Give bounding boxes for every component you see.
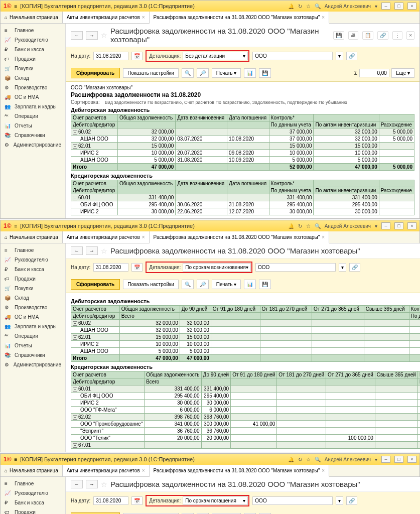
save-icon[interactable]: 💾 — [259, 280, 271, 289]
user-menu-icon[interactable]: ▾ — [375, 4, 377, 9]
sidebar-item-6[interactable]: ⚙ Производство — [1, 303, 65, 312]
sidebar-item-5[interactable]: 📦 Склад — [1, 293, 65, 303]
calendar-icon[interactable]: 📅 — [131, 496, 143, 505]
collapse-icon[interactable]: − — [73, 335, 77, 340]
export-icon[interactable]: 📋 — [362, 31, 373, 40]
sidebar-item-12[interactable]: ⚙ Администрирование — [1, 140, 65, 150]
print-button[interactable]: Печать ▾ — [212, 68, 241, 78]
org-dropdown-icon[interactable]: ▾ — [339, 263, 346, 272]
sidebar-item-0[interactable]: ≡ Главное — [1, 26, 65, 35]
tab-report[interactable]: Расшифровка задолженности на 31.08.2020 … — [150, 231, 330, 243]
sidebar-item-5[interactable]: 📦 Склад — [1, 73, 65, 83]
sidebar-item-3[interactable]: 🏷 Продажи — [1, 274, 65, 284]
close-icon[interactable]: × — [322, 468, 325, 473]
user-menu-icon[interactable]: ▾ — [375, 457, 377, 462]
sidebar-item-7[interactable]: 🚚 ОС и НМА — [1, 312, 65, 322]
org-link-icon[interactable]: 🔗 — [346, 52, 357, 60]
tab-inventory[interactable]: Акты инвентаризации расчетов× — [63, 231, 150, 243]
collapse-icon[interactable]: − — [73, 130, 77, 135]
user-menu-icon[interactable]: ▾ — [375, 223, 377, 229]
forward-button[interactable]: → — [86, 480, 98, 488]
sidebar-item-9[interactable]: ᴬᵏ Операции — [1, 331, 65, 341]
more-button[interactable]: Еще ▾ — [391, 68, 414, 78]
detail-select[interactable]: Без детализации ▾ — [183, 52, 248, 60]
favorite-icon[interactable]: ☆ — [101, 31, 107, 39]
menu-icon[interactable]: ≡ — [15, 4, 18, 9]
detail-select[interactable]: По срокам погашения ▾ — [183, 496, 248, 505]
menu-icon[interactable]: ≡ — [15, 457, 18, 462]
back-button[interactable]: ← — [71, 31, 83, 40]
sidebar-item-11[interactable]: 📚 Справочники — [1, 131, 65, 140]
print-button[interactable]: Печать ▾ — [212, 280, 241, 289]
sidebar-item-2[interactable]: ₽ Банк и касса — [1, 498, 65, 507]
sidebar-item-10[interactable]: 📊 Отчеты — [1, 121, 65, 131]
settings-button[interactable]: Показать настройки — [123, 68, 179, 78]
back-button[interactable]: ← — [71, 480, 83, 488]
settings-button[interactable]: Показать настройки — [123, 280, 179, 289]
sidebar-item-9[interactable]: ᴬᵏ Операции — [1, 111, 65, 121]
home-tab[interactable]: ⌂Начальная страница — [1, 465, 63, 476]
org-input[interactable] — [252, 52, 333, 60]
bell-icon[interactable]: 🔔 — [288, 223, 294, 229]
save-icon[interactable]: 💾 — [259, 68, 271, 78]
star-icon[interactable]: ☆ — [306, 457, 311, 462]
search-replace-icon[interactable]: 🔎 — [197, 68, 209, 78]
close-button[interactable]: × — [407, 3, 416, 10]
tab-report[interactable]: Расшифровка задолженности на 31.08.2020 … — [150, 12, 330, 24]
history-icon[interactable]: ↻ — [298, 223, 302, 229]
home-tab[interactable]: ⌂Начальная страница — [1, 12, 63, 23]
user-label[interactable]: Андрей Алексеевич — [325, 4, 371, 9]
history-icon[interactable]: ↻ — [298, 4, 302, 9]
export-icon[interactable]: 📊 — [244, 68, 256, 78]
date-input[interactable] — [93, 496, 128, 505]
sidebar-item-11[interactable]: 📚 Справочники — [1, 350, 65, 360]
collapse-icon[interactable]: − — [73, 196, 77, 200]
date-input[interactable] — [93, 263, 128, 272]
collapse-icon[interactable]: − — [73, 443, 77, 448]
close-icon[interactable]: × — [142, 468, 145, 473]
sidebar-item-2[interactable]: ₽ Банк и касса — [1, 45, 65, 54]
bell-icon[interactable]: 🔔 — [288, 457, 294, 462]
search-icon[interactable]: 🔍 — [315, 457, 321, 462]
export-icon[interactable]: 📊 — [244, 280, 256, 289]
org-dropdown-icon[interactable]: ▾ — [336, 496, 343, 505]
tab-inventory[interactable]: Акты инвентаризации расчетов× — [63, 465, 150, 476]
sidebar-item-12[interactable]: ⚙ Администрирование — [1, 360, 65, 369]
sidebar-item-1[interactable]: 📈 Руководителю — [1, 35, 65, 45]
sidebar-item-8[interactable]: 👥 Зарплата и кадры — [1, 322, 65, 331]
more-icon[interactable]: ⋮ — [392, 31, 402, 40]
sidebar-item-3[interactable]: 🏷 Продажи — [1, 54, 65, 64]
org-link-icon[interactable]: 🔗 — [349, 263, 360, 272]
search-icon[interactable]: 🔍 — [182, 280, 194, 289]
org-link-icon[interactable]: 🔗 — [346, 496, 357, 505]
bell-icon[interactable]: 🔔 — [288, 4, 294, 9]
maximize-button[interactable]: □ — [394, 3, 403, 10]
home-tab[interactable]: ⌂Начальная страница — [1, 231, 63, 243]
sidebar-item-1[interactable]: 📈 Руководителю — [1, 255, 65, 265]
sum-input[interactable] — [359, 69, 389, 77]
sidebar-item-8[interactable]: 👥 Зарплата и кадры — [1, 102, 65, 111]
menu-icon[interactable]: ≡ — [15, 223, 18, 229]
sidebar-item-4[interactable]: 🛒 Покупки — [1, 284, 65, 293]
search-icon[interactable]: 🔍 — [182, 68, 194, 78]
calendar-icon[interactable]: 📅 — [131, 263, 143, 272]
org-dropdown-icon[interactable]: ▾ — [336, 52, 343, 60]
sidebar-item-2[interactable]: ₽ Банк и касса — [1, 265, 65, 274]
star-icon[interactable]: ☆ — [306, 223, 311, 229]
close-icon[interactable]: × — [142, 15, 145, 20]
org-input[interactable] — [252, 496, 333, 505]
collapse-icon[interactable]: − — [73, 415, 77, 420]
forward-button[interactable]: → — [86, 31, 98, 40]
sidebar-item-0[interactable]: ≡ Главное — [1, 245, 65, 255]
calendar-icon[interactable]: 📅 — [131, 52, 143, 60]
detail-select[interactable]: По срокам возникновения ▾ — [183, 263, 251, 272]
search-icon[interactable]: 🔍 — [315, 223, 321, 229]
sidebar-item-4[interactable]: 🛒 Покупки — [1, 64, 65, 73]
collapse-icon[interactable]: − — [73, 321, 77, 326]
search-replace-icon[interactable]: 🔎 — [197, 280, 209, 289]
user-label[interactable]: Андрей Алексеевич — [325, 223, 371, 229]
form-button[interactable]: Сформировать — [71, 68, 120, 78]
collapse-icon[interactable]: − — [73, 387, 77, 392]
favorite-icon[interactable]: ☆ — [101, 247, 107, 255]
favorite-icon[interactable]: ☆ — [101, 480, 107, 488]
